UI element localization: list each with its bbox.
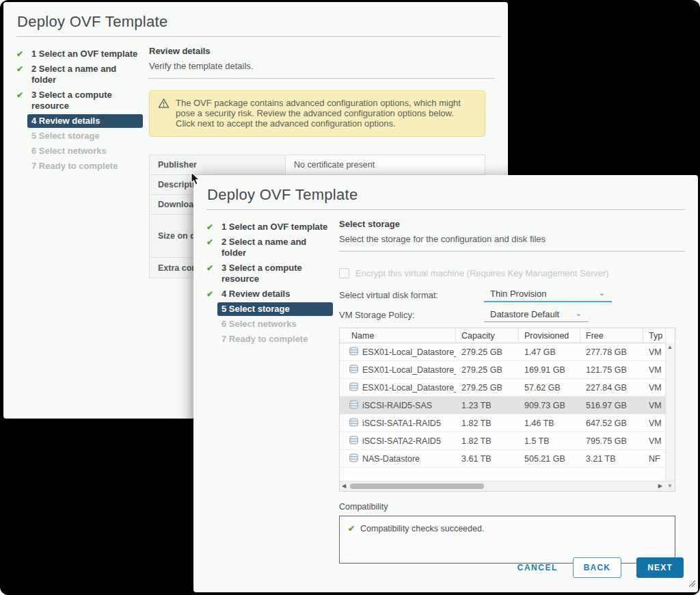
datastore-row-iSCSI-RAID5-SAS[interactable]: iSCSI-RAID5-SAS1.23 TB909.73 GB516.97 GB… (340, 397, 675, 414)
wizard-step-label: 7 Ready to complete (221, 334, 308, 344)
datastore-type: VM (643, 383, 666, 393)
column-header-name[interactable]: Name (340, 328, 456, 343)
resize-handle[interactable] (688, 577, 695, 590)
step-complete-check-icon: ✔ (16, 49, 23, 60)
wizard-step-list: ✔1 Select an OVF template✔2 Select a nam… (193, 219, 339, 564)
panel-heading: Select storage (339, 219, 685, 229)
wizard-step-list: ✔1 Select an OVF template✔2 Select a nam… (3, 46, 149, 278)
wizard-step-4[interactable]: 4 Review details (27, 114, 143, 128)
datastore-row-ESX01-Local_Datastore_3[interactable]: ESX01-Local_Datastore_3279.25 GB57.62 GB… (340, 379, 675, 397)
encrypt-vm-checkbox[interactable] (339, 268, 349, 278)
datastore-row-iSCSI-SATA1-RAID5[interactable]: iSCSI-SATA1-RAID51.82 TB1.46 TB647.52 GB… (340, 414, 675, 432)
wizard-step-4[interactable]: ✔4 Review details (217, 287, 333, 301)
wizard-step-7: 7 Ready to complete (217, 332, 333, 346)
back-button[interactable]: BACK (573, 557, 621, 578)
datastore-capacity: 279.25 GB (456, 347, 519, 357)
datastore-capacity: 1.23 TB (456, 401, 519, 410)
datastore-icon (349, 418, 358, 429)
column-header-capacity[interactable]: Capacity (456, 328, 519, 343)
wizard-step-6: 6 Select networks (217, 317, 333, 331)
wizard-step-2[interactable]: ✔2 Select a name and folder (27, 62, 143, 87)
wizard-step-2[interactable]: ✔2 Select a name and folder (217, 235, 333, 260)
datastore-row-NAS-Datastore[interactable]: NAS-Datastore3.61 TB505.21 GB3.21 TBNF (340, 450, 675, 468)
datastore-provisioned: 57.62 GB (519, 383, 580, 393)
wizard-step-label: 4 Review details (221, 289, 290, 299)
wizard-step-label: 1 Select an OVF template (221, 222, 327, 232)
scroll-left-icon[interactable]: ◀ (342, 483, 346, 489)
datastore-free: 516.97 GB (580, 401, 643, 410)
vm-storage-policy-dropdown[interactable]: Datastore Default ⌄ (484, 309, 589, 322)
step-complete-check-icon: ✔ (206, 263, 213, 274)
disk-format-dropdown[interactable]: Thin Provision ⌄ (484, 289, 612, 302)
cancel-button[interactable]: CANCEL (517, 563, 558, 572)
dialog-title: Deploy OVF Template (193, 175, 698, 209)
chevron-down-icon: ⌄ (599, 289, 605, 298)
datastore-row-iSCSI-SATA2-RAID5[interactable]: iSCSI-SATA2-RAID51.82 TB1.5 TB795.75 GBV… (340, 432, 675, 450)
warning-text: The OVF package contains advanced config… (176, 98, 461, 129)
datastore-provisioned: 909.73 GB (519, 401, 580, 410)
datastore-provisioned: 1.5 TB (519, 436, 580, 446)
datastore-name: iSCSI-SATA2-RAID5 (362, 436, 441, 446)
wizard-step-3[interactable]: ✔3 Select a compute resource (217, 261, 333, 286)
vm-storage-policy-label: VM Storage Policy: (339, 310, 484, 322)
datastore-type: VM (643, 436, 666, 446)
datastore-free: 121.75 GB (580, 365, 643, 375)
column-header-provisioned[interactable]: Provisioned (519, 328, 580, 343)
datastore-name: iSCSI-RAID5-SAS (362, 401, 432, 410)
next-button[interactable]: NEXT (636, 557, 684, 578)
wizard-step-label: 6 Select networks (221, 319, 297, 329)
wizard-step-5[interactable]: 5 Select storage (217, 302, 333, 316)
deploy-ovf-wizard-select-storage: Deploy OVF Template ✔1 Select an OVF tem… (193, 175, 698, 592)
datastore-icon (349, 400, 358, 411)
datastore-table-header: Name Capacity Provisioned Free Typ (340, 328, 675, 343)
column-header-type[interactable]: Typ (643, 328, 666, 343)
compatibility-label: Compatibility (339, 502, 685, 512)
scroll-right-icon[interactable]: ▶ (658, 483, 662, 489)
chevron-down-icon: ⌄ (576, 309, 582, 318)
wizard-step-label: 5 Select storage (31, 131, 100, 141)
datastore-capacity: 279.25 GB (456, 383, 519, 393)
panel-separator (339, 251, 685, 252)
datastore-free: 277.78 GB (580, 347, 643, 357)
column-header-free[interactable]: Free (580, 328, 643, 343)
datastore-type: NF (643, 454, 666, 464)
mouse-cursor (191, 172, 201, 189)
horizontal-scrollbar[interactable]: ◀ ▶ ▼ (340, 481, 675, 491)
screen-background: Deploy OVF Template ✔1 Select an OVF tem… (0, 0, 700, 595)
datastore-free: 3.21 TB (580, 454, 643, 464)
datastore-free: 647.52 GB (580, 419, 643, 428)
wizard-step-label: 6 Select networks (31, 146, 107, 156)
wizard-step-label: 3 Select a compute resource (221, 263, 302, 284)
datastore-row-ESX01-Local_Datastore_2[interactable]: ESX01-Local_Datastore_2279.25 GB169.91 G… (340, 361, 675, 379)
dialog-title: Deploy OVF Template (3, 2, 508, 36)
encrypt-vm-label: Encrypt this virtual machine (Requires K… (355, 268, 609, 278)
scrollbar-thumb[interactable] (350, 484, 484, 489)
vm-storage-policy-value: Datastore Default (490, 309, 559, 319)
wizard-step-1[interactable]: ✔1 Select an OVF template (217, 220, 333, 234)
scroll-up-icon[interactable]: ▲ (667, 344, 673, 350)
datastore-row-ESX01-Local_Datastore_1[interactable]: ESX01-Local_Datastore_1279.25 GB1.47 GB2… (340, 343, 675, 361)
disk-format-label: Select virtual disk format: (339, 290, 484, 302)
panel-subheading: Select the storage for the configuration… (339, 234, 685, 244)
datastore-capacity: 279.25 GB (456, 365, 519, 375)
wizard-step-6: 6 Select networks (27, 144, 143, 158)
disk-format-value: Thin Provision (490, 289, 546, 299)
scroll-down-icon[interactable]: ▼ (667, 483, 673, 489)
compatibility-message: Compatibility checks succeeded. (360, 524, 484, 533)
warning-icon (158, 98, 170, 111)
datastore-icon (349, 436, 358, 447)
vertical-scrollbar[interactable]: ▲ (665, 343, 675, 481)
wizard-step-label: 5 Select storage (221, 304, 290, 314)
wizard-step-label: 3 Select a compute resource (31, 90, 112, 111)
wizard-step-label: 2 Select a name and folder (31, 64, 116, 85)
panel-subheading: Verify the template details. (149, 61, 495, 71)
datastore-capacity: 1.82 TB (456, 436, 519, 446)
datastore-icon (349, 453, 358, 464)
panel-separator (149, 78, 495, 79)
datastore-icon (349, 347, 358, 358)
datastore-icon (349, 382, 358, 393)
step-complete-check-icon: ✔ (16, 90, 23, 101)
wizard-step-3[interactable]: ✔3 Select a compute resource (27, 88, 143, 113)
wizard-step-1[interactable]: ✔1 Select an OVF template (27, 47, 143, 61)
datastore-type: VM (643, 419, 666, 428)
